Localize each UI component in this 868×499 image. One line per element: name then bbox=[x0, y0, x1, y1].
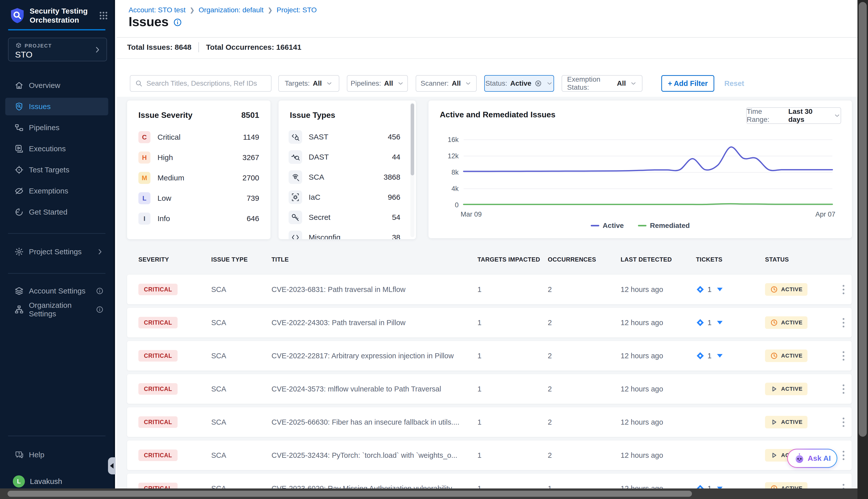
sidebar-item-executions[interactable]: Executions bbox=[5, 140, 108, 158]
sidebar-item-exemptions[interactable]: Exemptions bbox=[5, 182, 108, 200]
issue-type-row-sast[interactable]: SAST456 bbox=[288, 129, 400, 145]
ticket-caret-down-icon[interactable] bbox=[717, 288, 722, 291]
types-scrollbar[interactable] bbox=[410, 102, 414, 237]
breadcrumb-link[interactable]: Project: STO bbox=[276, 6, 317, 14]
filter-value: Active bbox=[510, 80, 531, 87]
chart-legend: ActiveRemediated bbox=[429, 222, 852, 230]
issue-title[interactable]: CVE-2022-22817: Arbitrary expression inj… bbox=[272, 352, 478, 360]
row-menu-kebab-icon[interactable] bbox=[843, 484, 845, 489]
severity-row-critical[interactable]: CCritical1149 bbox=[138, 130, 259, 145]
vertical-scrollbar-thumb[interactable] bbox=[859, 2, 867, 437]
row-menu-kebab-icon[interactable] bbox=[843, 318, 845, 327]
sidebar-item-test-targets[interactable]: Test Targets bbox=[5, 161, 108, 179]
issue-type-row-misconfig[interactable]: Misconfig38 bbox=[288, 229, 400, 239]
issue-title[interactable]: CVE-2023-6020: Ray Missing Authorization… bbox=[272, 484, 478, 489]
user-menu[interactable]: L Lavakush bbox=[5, 474, 62, 489]
legend-item-remediated[interactable]: Remediated bbox=[638, 222, 690, 230]
filter-dropdown-pipelines[interactable]: Pipelines:All bbox=[347, 75, 408, 92]
filter-dropdown-exemption-status[interactable]: Exemption Status:All bbox=[561, 75, 643, 92]
project-label: PROJECT bbox=[25, 43, 52, 49]
horizontal-scrollbar-thumb[interactable] bbox=[8, 491, 692, 497]
types-scrollbar-thumb[interactable] bbox=[411, 104, 414, 175]
sidebar-collapse-handle[interactable] bbox=[108, 457, 115, 474]
module-switcher-icon[interactable] bbox=[98, 11, 109, 21]
severity-letter-badge: M bbox=[138, 172, 150, 184]
svg-text:4k: 4k bbox=[451, 185, 459, 193]
issue-title[interactable]: CVE-2024-3573: mlflow vulnerable to Path… bbox=[272, 385, 478, 393]
issue-type-row-sca[interactable]: SCA3868 bbox=[288, 169, 400, 185]
targets-impacted-cell: 1 bbox=[478, 484, 548, 489]
reset-button[interactable]: Reset bbox=[724, 75, 744, 92]
sidebar-item-project-settings[interactable]: Project Settings bbox=[5, 243, 108, 260]
filter-dropdown-status[interactable]: Status:Active bbox=[484, 75, 554, 92]
svg-text:8k: 8k bbox=[451, 169, 459, 176]
clock-icon bbox=[770, 484, 778, 488]
sidebar-item-account-settings[interactable]: Account Settings bbox=[5, 282, 108, 300]
column-header-last-detected: LAST DETECTED bbox=[621, 256, 696, 263]
severity-row-high[interactable]: HHigh3267 bbox=[138, 150, 259, 165]
search-input[interactable] bbox=[146, 80, 266, 87]
table-row[interactable]: CRITICALSCACVE-2025-66630: Fiber has an … bbox=[127, 407, 852, 437]
row-menu-kebab-icon[interactable] bbox=[843, 285, 845, 294]
filter-value: All bbox=[452, 80, 461, 87]
sidebar-item-label: Help bbox=[29, 451, 45, 459]
ticket-caret-down-icon[interactable] bbox=[717, 487, 722, 488]
ticket-caret-down-icon[interactable] bbox=[717, 321, 722, 324]
severity-row-medium[interactable]: MMedium2700 bbox=[138, 170, 259, 185]
tickets-cell[interactable]: 1 bbox=[696, 352, 765, 360]
issue-type-row-iac[interactable]: IaC966 bbox=[288, 189, 400, 205]
sidebar-item-pipelines[interactable]: Pipelines bbox=[5, 119, 108, 136]
chevron-right-icon bbox=[94, 46, 101, 54]
sidebar-item-issues[interactable]: Issues bbox=[5, 98, 108, 115]
horizontal-scrollbar[interactable] bbox=[0, 488, 857, 499]
issue-title[interactable]: CVE-2022-24303: Path traversal in Pillow bbox=[272, 319, 478, 327]
issue-title[interactable]: CVE-2023-6831: Path traversal in MLflow bbox=[272, 285, 478, 294]
breadcrumb-link[interactable]: Organization: default bbox=[199, 6, 263, 14]
clear-filter-icon[interactable] bbox=[534, 80, 542, 87]
table-row[interactable]: CRITICALSCACVE-2022-22817: Arbitrary exp… bbox=[127, 341, 852, 370]
issue-type-row-dast[interactable]: DAST44 bbox=[288, 149, 400, 165]
project-selector[interactable]: PROJECT STO bbox=[8, 38, 107, 61]
tickets-cell[interactable]: 1 bbox=[696, 318, 765, 327]
ask-ai-label: Ask AI bbox=[808, 454, 831, 463]
tickets-cell[interactable]: 1 bbox=[696, 285, 765, 294]
table-row[interactable]: CRITICALSCACVE-2023-6831: Path traversal… bbox=[127, 275, 852, 304]
filter-dropdown-targets[interactable]: Targets:All bbox=[278, 75, 339, 92]
sidebar-item-help[interactable]: ? Help bbox=[5, 446, 45, 464]
legend-item-active[interactable]: Active bbox=[591, 222, 624, 230]
vertical-scrollbar[interactable] bbox=[857, 0, 868, 499]
org-settings-icon bbox=[14, 305, 24, 314]
info-icon[interactable] bbox=[96, 287, 104, 295]
issue-title[interactable]: CVE-2025-66630: Fiber has an insecure fa… bbox=[272, 418, 478, 426]
ask-ai-button[interactable]: Ask AI bbox=[787, 449, 838, 468]
ticket-caret-down-icon[interactable] bbox=[717, 354, 722, 357]
add-filter-button[interactable]: + Add Filter bbox=[661, 75, 714, 92]
tickets-cell[interactable]: 1 bbox=[696, 484, 765, 488]
table-row[interactable]: CRITICALSCACVE-2024-3573: mlflow vulnera… bbox=[127, 374, 852, 404]
severity-row-low[interactable]: LLow739 bbox=[138, 191, 259, 206]
issue-title[interactable]: CVE-2025-32434: PyTorch: `torch.load` wi… bbox=[272, 451, 478, 460]
row-menu-kebab-icon[interactable] bbox=[843, 417, 845, 427]
breadcrumb-link[interactable]: Account: STO test bbox=[128, 6, 186, 14]
targets-impacted-cell: 1 bbox=[478, 418, 548, 426]
filter-dropdown-scanner[interactable]: Scanner:All bbox=[416, 75, 477, 92]
table-row[interactable]: CRITICALSCACVE-2023-6020: Ray Missing Au… bbox=[127, 474, 852, 488]
info-icon[interactable] bbox=[96, 305, 104, 314]
table-row[interactable]: CRITICALSCACVE-2025-32434: PyTorch: `tor… bbox=[127, 440, 852, 470]
severity-badge: CRITICAL bbox=[138, 383, 177, 395]
sidebar-item-organization-settings[interactable]: Organization Settings bbox=[5, 301, 108, 318]
main-content: Account: STO test❯Organization: default❯… bbox=[116, 0, 857, 488]
sidebar-item-get-started[interactable]: Get Started bbox=[5, 203, 108, 221]
row-menu-kebab-icon[interactable] bbox=[843, 351, 845, 361]
column-header-status: STATUS bbox=[765, 256, 835, 263]
info-icon[interactable] bbox=[173, 18, 182, 27]
totals-separator bbox=[198, 42, 199, 52]
sidebar-item-overview[interactable]: Overview bbox=[5, 77, 108, 94]
severity-row-info[interactable]: IInfo646 bbox=[138, 211, 259, 226]
filter-label: Pipelines: bbox=[351, 80, 381, 87]
row-menu-kebab-icon[interactable] bbox=[843, 385, 845, 394]
table-row[interactable]: CRITICALSCACVE-2022-24303: Path traversa… bbox=[127, 308, 852, 338]
issue-type-row-secret[interactable]: Secret54 bbox=[288, 209, 400, 226]
last-detected-cell: 12 hours ago bbox=[621, 285, 696, 294]
row-menu-kebab-icon[interactable] bbox=[843, 451, 845, 460]
